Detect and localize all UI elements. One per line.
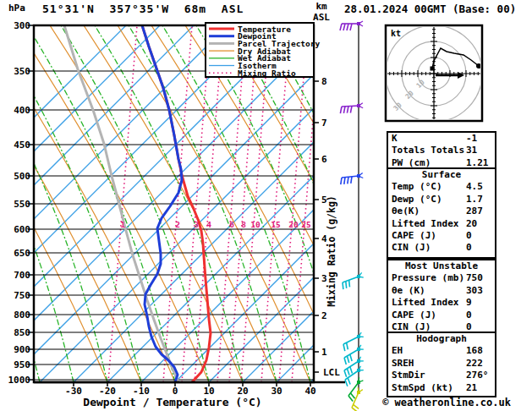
km-tick-label: 6 [321, 154, 327, 165]
stat-value: 4.5 [466, 181, 483, 193]
km-tick-label: 7 [321, 118, 327, 129]
wind-barb [343, 272, 364, 289]
copyright-label: © weatheronline.co.uk [375, 397, 518, 408]
wind-barb [343, 332, 364, 351]
stat-label: Dewp (°C) [392, 194, 442, 205]
stat-row: CAPE (J)0 [392, 230, 495, 242]
stat-label: PW (cm) [392, 157, 431, 168]
stat-label: CAPE (J) [392, 310, 436, 321]
stat-label: Temp (°C) [392, 181, 442, 192]
stat-label: θe (K) [392, 285, 425, 296]
mixing-ratio-value-label: 20 [288, 220, 299, 229]
stat-label: K [392, 133, 398, 144]
stat-row: Dewp (°C)1.7 [392, 194, 495, 206]
stat-row: θe(K)287 [392, 206, 495, 217]
stat-section-header: Hodograph [392, 333, 495, 345]
x-axis-title: Dewpoint / Temperature (°C) [83, 396, 261, 408]
stat-row: CAPE (J)0 [392, 310, 495, 321]
stat-value: 276° [466, 370, 489, 381]
stat-value: 20 [466, 218, 477, 230]
stat-value: 0 [466, 310, 472, 321]
hodograph-unit-label: kt [391, 29, 401, 38]
mixing-ratio-value-label: 25 [301, 220, 311, 229]
stat-row: Pressure (mb)750 [392, 272, 495, 284]
stat-row: StmDir276° [392, 370, 495, 381]
mixing-ratio-value-label: 4 [206, 220, 211, 229]
stat-row: K-1 [392, 133, 495, 145]
most-unstable-stats-box: Most UnstablePressure (mb)750θe (K)303Li… [387, 259, 496, 334]
skewt-sounding-app: hPa 51°31'N 357°35'W 68m ASL km ASL 28.0… [0, 0, 532, 411]
stat-value: 168 [466, 345, 483, 357]
pressure-tick-label: 1000 [8, 375, 31, 386]
mixing-ratio-value-label: 10 [250, 220, 261, 229]
stat-value: 0 [466, 230, 472, 242]
stat-row: Lifted Index9 [392, 297, 495, 309]
stat-section-header: Surface [392, 169, 495, 181]
surface-stats-box: SurfaceTemp (°C)4.5Dewp (°C)1.7θe(K)287L… [387, 167, 496, 259]
stat-section-header: Most Unstable [392, 260, 495, 272]
stat-row: Temp (°C)4.5 [392, 181, 495, 193]
stat-value: 31 [466, 145, 477, 156]
stat-value: 0 [466, 242, 472, 254]
stat-value: 750 [466, 272, 483, 284]
stat-label: Totals Totals [392, 145, 464, 156]
stat-value: 303 [466, 285, 483, 297]
stat-row: EH168 [392, 345, 495, 357]
stat-label: StmSpd (kt) [392, 382, 453, 393]
stat-row: Totals Totals31 [392, 145, 495, 156]
km-tick-label: 8 [321, 76, 327, 87]
mixing-ratio-value-label: 3 [194, 220, 199, 229]
stat-row: SREH222 [392, 358, 495, 370]
stat-value: 21 [466, 382, 477, 394]
stat-label: Pressure (mb) [392, 272, 464, 283]
x-tick-label: 30 [271, 386, 282, 397]
wet-adiabat-line [0, 25, 6, 382]
stat-value: 222 [466, 358, 483, 370]
wind-barb [352, 387, 363, 411]
stat-value: -1 [466, 133, 477, 145]
wind-barb [340, 103, 363, 113]
legend-item-label: Mixing Ratio [238, 68, 296, 78]
stat-row: StmSpd (kt)21 [392, 382, 495, 394]
stability-indices-box: K-1Totals Totals31PW (cm)1.21 [387, 131, 496, 171]
stat-label: EH [392, 345, 403, 356]
mixing-ratio-value-label: 8 [241, 220, 246, 229]
mixing-ratio-axis-label: Mixing Ratio (g/kg) [326, 195, 337, 307]
stat-value: 1.7 [466, 194, 483, 206]
stat-value: 9 [466, 297, 472, 309]
stat-value: 287 [466, 206, 483, 217]
stat-row: CIN (J)0 [392, 242, 495, 254]
stat-label: CIN (J) [392, 242, 431, 253]
mixing-ratio-value-label: 15 [271, 220, 281, 229]
hodograph-stats-box: HodographEH168SREH222StmDir276°StmSpd (k… [387, 332, 496, 397]
stat-label: StmDir [392, 370, 425, 381]
x-tick-label: -30 [65, 386, 82, 397]
wind-barb [340, 21, 363, 30]
mixing-ratio-value-label: 6 [229, 220, 234, 229]
stat-label: θe(K) [392, 206, 420, 216]
km-tick-label: 2 [321, 310, 327, 321]
stat-label: SREH [392, 358, 414, 369]
lcl-label: LCL [323, 367, 340, 378]
km-tick-label: 1 [321, 347, 327, 358]
wind-barb [341, 173, 363, 185]
hodograph-trace-start-marker [431, 67, 435, 71]
hodograph-plot: 102030 [386, 25, 482, 122]
stat-row: θe (K)303 [392, 285, 495, 297]
x-tick-label: 40 [304, 386, 315, 397]
stat-label: CAPE (J) [392, 230, 436, 241]
stat-label: Lifted Index [392, 297, 458, 308]
mixing-ratio-value-label: 2 [175, 220, 180, 229]
stat-label: Lifted Index [392, 218, 458, 229]
mixing-ratio-value-label: 1 [120, 220, 125, 229]
stat-row: Lifted Index20 [392, 218, 495, 230]
